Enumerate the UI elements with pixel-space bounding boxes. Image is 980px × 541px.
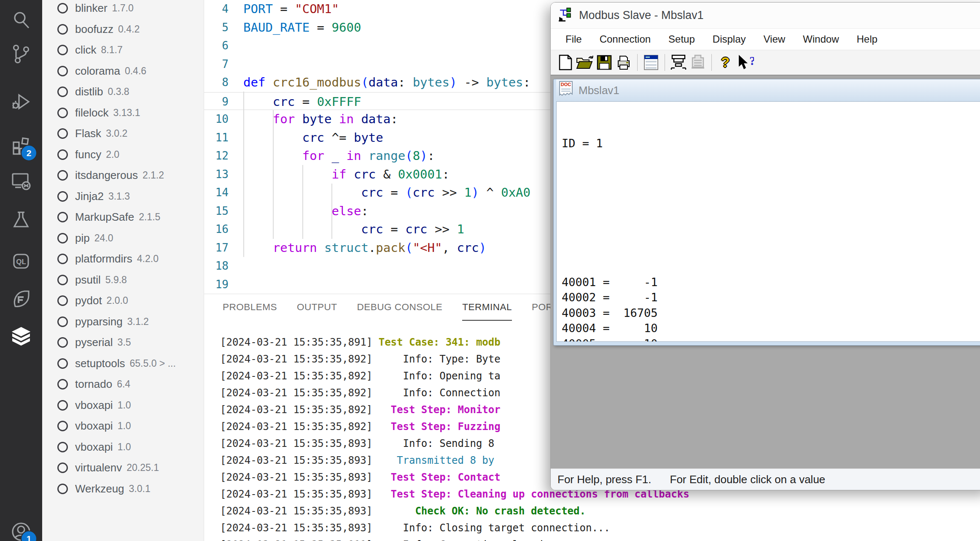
terminal-timestamp: [2024-03-21 15:35:35,893] [220,438,372,449]
package-list-item[interactable]: Jinja23.1.3 [42,186,204,207]
register-value: -1 [610,290,658,306]
package-circle-icon [57,233,68,243]
menu-item-help[interactable]: Help [848,33,886,45]
mdi-client-area: DOC Mbslav1 ID = 1 40001 =-140002 =-1400… [551,76,980,468]
package-list-item[interactable]: Werkzeug3.0.1 [42,479,204,500]
package-list-item[interactable]: psutil5.9.8 [42,270,204,291]
print-icon[interactable] [614,53,633,72]
code-text: PORT = "COM1" [235,0,339,19]
save-icon[interactable] [595,53,614,72]
extensions-badge: 2 [21,145,37,161]
register-display[interactable]: ID = 1 40001 =-140002 =-140003 =16705400… [556,101,980,342]
package-name: itsdangerous [75,169,138,182]
run-debug-icon[interactable] [11,92,31,112]
menu-item-window[interactable]: Window [794,33,848,45]
package-list-item[interactable]: vboxapi1.0 [42,437,204,458]
package-list-item[interactable]: vboxapi1.0 [42,416,204,437]
flask-extension-icon[interactable] [11,289,31,309]
menu-item-connection[interactable]: Connection [591,33,660,45]
search-icon[interactable] [11,10,31,30]
register-row[interactable]: 40004 =10 [562,321,980,336]
new-file-icon[interactable] [556,53,575,72]
package-list-item[interactable]: boofuzz0.4.2 [42,19,204,40]
package-circle-icon [57,128,68,139]
package-list-item[interactable]: click8.1.7 [42,40,204,61]
display-setup-icon[interactable] [641,53,661,72]
line-number: 5 [204,19,235,37]
status-edit-text: For Edit, double click on a value [670,473,826,486]
register-row[interactable]: 40002 =-1 [562,290,980,306]
line-number: 12 [204,147,235,165]
package-version: 3.5 [118,337,131,348]
package-list-item[interactable]: pyserial3.5 [42,332,204,353]
codeql-icon[interactable]: QL [11,251,31,271]
svg-text:QL: QL [16,258,26,266]
menu-item-display[interactable]: Display [704,33,755,45]
package-list-item[interactable]: MarkupSafe2.1.5 [42,207,204,228]
line-number: 13 [204,165,235,184]
panel-tab-terminal[interactable]: TERMINAL [462,294,512,321]
package-version: 4.2.0 [137,253,159,265]
mbslav1-child-titlebar[interactable]: DOC Mbslav1 [556,79,980,101]
line-number: 15 [204,202,235,221]
panel-tab-debug-console[interactable]: DEBUG CONSOLE [357,294,443,321]
menu-item-file[interactable]: File [557,33,591,45]
package-name: blinker [75,2,108,15]
package-list-item[interactable]: itsdangerous2.1.2 [42,165,204,186]
register-row[interactable]: 40005 =10 [562,336,980,342]
package-list-item[interactable]: setuptools65.5.0 > ... [42,353,204,374]
package-list-item[interactable]: Flask3.0.2 [42,123,204,144]
package-list-item[interactable]: distlib0.3.8 [42,81,204,103]
svg-text:DOC: DOC [561,82,571,87]
panel-tab-output[interactable]: OUTPUT [297,294,337,321]
package-name: pyserial [75,336,113,349]
package-list-item[interactable]: tornado6.4 [42,374,204,395]
terminal-line: [2024-03-21 15:35:35,911] Info: Connecti… [220,536,980,541]
package-list-item[interactable]: funcy2.0 [42,144,204,165]
extensions-icon[interactable]: 2 [11,136,31,156]
terminal-message: Test Step: Monitor [391,404,501,416]
register-value: 16705 [610,306,658,321]
package-name: psutil [75,273,101,287]
package-version: 1.0 [118,400,131,411]
register-row[interactable]: 40003 =16705 [562,306,980,321]
source-control-icon[interactable] [11,44,31,64]
code-text: BAUD_RATE = 9600 [235,19,361,37]
poll-definition-icon[interactable] [669,53,688,72]
package-list-item[interactable]: blinker1.7.0 [42,0,204,19]
package-name: colorama [75,65,120,78]
register-address: 40004 = [562,322,610,335]
open-file-icon[interactable] [575,53,595,72]
terminal-timestamp: [2024-03-21 15:35:35,893] [220,454,372,466]
modbus-window-titlebar[interactable]: Modbus Slave - Mbslav1 [551,3,980,29]
terminal-timestamp: [2024-03-21 15:35:35,892] [220,387,372,399]
package-list-item[interactable]: colorama0.4.6 [42,61,204,82]
package-explorer-icon[interactable] [11,326,31,346]
package-name: setuptools [75,357,125,370]
package-list-item[interactable]: virtualenv20.25.1 [42,457,204,479]
remote-explorer-icon[interactable] [11,170,31,191]
package-list-item[interactable]: pydot2.0.0 [42,290,204,311]
modbus-status-bar: For Help, press F1. For Edit, double cli… [551,468,980,490]
menu-item-setup[interactable]: Setup [660,33,704,45]
context-help-icon[interactable]: ? [735,53,754,72]
code-text [235,257,243,276]
package-version: 2.1.5 [139,211,160,223]
testing-icon[interactable] [11,210,31,230]
package-list-item[interactable]: pyparsing3.1.2 [42,311,204,333]
package-list-item[interactable]: platformdirs4.2.0 [42,249,204,270]
menu-item-view[interactable]: View [755,33,794,45]
help-icon[interactable]: ? [716,53,735,72]
communication-traffic-icon[interactable] [688,53,708,72]
package-list: blinker1.7.0boofuzz0.4.2click8.1.7colora… [42,0,204,499]
package-circle-icon [57,108,68,118]
package-list-item[interactable]: filelock3.13.1 [42,103,204,124]
terminal-message: Info: Connection closed. [403,539,549,541]
account-icon[interactable]: 1 [11,522,31,541]
package-list-item[interactable]: vboxapi1.0 [42,395,204,416]
package-version: 0.4.2 [118,24,140,35]
register-row[interactable]: 40001 =-1 [562,275,980,290]
code-text: crc ^= byte [235,129,383,147]
package-list-item[interactable]: pip24.0 [42,228,204,249]
panel-tab-problems[interactable]: PROBLEMS [223,294,277,321]
